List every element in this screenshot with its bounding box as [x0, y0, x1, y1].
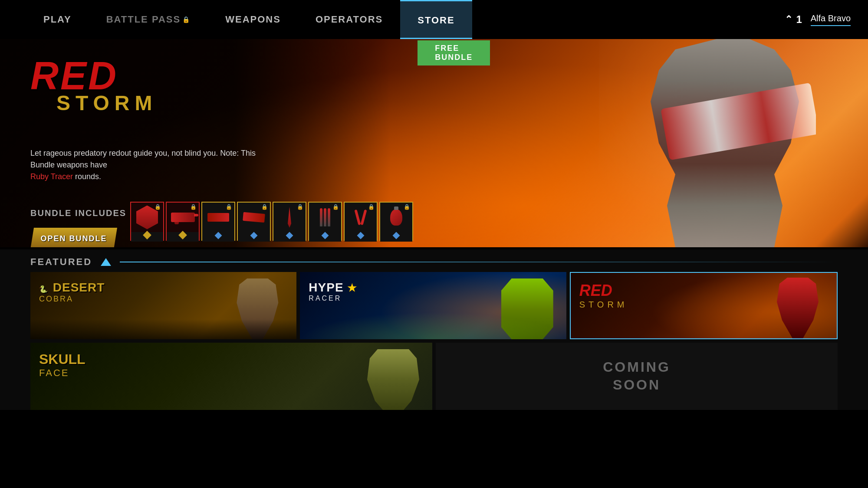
- rank-badge: ⌃ 1: [785, 13, 802, 26]
- item-label: [345, 232, 377, 242]
- featured-cards-row2: SKULL FACE COMING SOON: [0, 339, 868, 410]
- card-logo-hype: HYPE ★ RACER: [309, 281, 357, 302]
- nav-items: PLAY BATTLE PASS 🔒 WEAPONS OPERATORS STO…: [0, 0, 785, 39]
- bundle-item-gun3[interactable]: 🔒: [237, 202, 271, 241]
- redstorm-logo-line1: RED: [579, 282, 612, 299]
- nav-battlepass[interactable]: BATTLE PASS 🔒: [89, 0, 208, 39]
- bundle-item-scissors[interactable]: 🔒: [344, 202, 378, 241]
- item-diamond-icon: [178, 231, 187, 239]
- nav-free-bundle[interactable]: FREE BUNDLE: [418, 40, 490, 66]
- item-label: [380, 232, 412, 242]
- hero-section: RED STORM Let rageous predatory redout g…: [0, 39, 868, 247]
- hype-logo-line1: HYPE ★: [309, 281, 357, 294]
- rank-chevron-icon: ⌃: [785, 14, 792, 25]
- featured-title: FEATURED: [30, 256, 92, 268]
- item-label: [238, 232, 270, 242]
- ruby-tracer-highlight: Ruby Tracer: [30, 172, 73, 181]
- card-logo-desert: 🐍 DESERT COBRA: [39, 281, 105, 304]
- bundle-item-gun2[interactable]: 🔒: [201, 202, 235, 241]
- nav-right: ⌃ 1 Alfa Bravo: [785, 13, 868, 26]
- char-shape: [367, 349, 419, 410]
- item-label: [131, 232, 163, 242]
- desert-logo-line2: COBRA: [39, 295, 105, 304]
- featured-card-skull-face[interactable]: SKULL FACE: [30, 343, 432, 410]
- bundle-item-grenade[interactable]: 🔒: [379, 202, 413, 241]
- card-character: [772, 278, 824, 338]
- bundle-item-operator[interactable]: 🔒: [130, 202, 164, 241]
- bundle-items-row: 🔒 🔒 🔒: [130, 202, 413, 241]
- brand-red-text: RED: [30, 56, 157, 95]
- featured-card-red-storm[interactable]: RED STORM: [570, 272, 838, 339]
- nav-store[interactable]: STORE FREE BUNDLE: [400, 0, 472, 39]
- item-lock-icon: 🔒: [332, 204, 339, 210]
- item-label: [273, 232, 306, 242]
- item-lock-icon: 🔒: [261, 204, 268, 210]
- item-lock-icon: 🔒: [297, 204, 303, 210]
- featured-header: FEATURED: [0, 249, 868, 272]
- skull-logo-line2: FACE: [39, 367, 85, 379]
- featured-section: FEATURED 🐍 DESERT COBRA HYPE: [0, 249, 868, 410]
- hero-description: Let rageous predatory redout guide you, …: [30, 147, 282, 183]
- nav-weapons[interactable]: WEAPONS: [208, 0, 298, 39]
- username-display: Alfa Bravo: [811, 13, 851, 26]
- redstorm-logo-line2: STORM: [579, 300, 628, 310]
- bundle-item-gun1[interactable]: 🔒: [166, 202, 200, 241]
- char-shape: [772, 278, 824, 338]
- star-icon: ★: [347, 282, 357, 294]
- featured-card-desert-cobra[interactable]: 🐍 DESERT COBRA: [30, 272, 296, 339]
- nav-operators[interactable]: OPERATORS: [298, 0, 400, 39]
- open-bundle-button[interactable]: OPEN BUNDLE: [30, 228, 117, 247]
- bundle-item-arrows[interactable]: 🔒: [308, 202, 342, 241]
- nav-play[interactable]: PLAY: [26, 0, 89, 39]
- item-label: [202, 232, 234, 242]
- featured-divider: [120, 262, 838, 262]
- featured-chevron-icon: [101, 258, 111, 266]
- bundle-item-knife[interactable]: 🔒: [273, 202, 306, 241]
- hype-logo-line2: RACER: [309, 295, 357, 302]
- card-logo-skull: SKULL FACE: [39, 351, 85, 379]
- item-label: [309, 232, 341, 242]
- skull-logo-line1: SKULL: [39, 351, 85, 367]
- card-character: [367, 349, 419, 410]
- bundle-includes-label: BUNDLE INCLUDES: [30, 208, 126, 218]
- coming-soon-label: COMING SOON: [603, 358, 671, 394]
- top-navigation: PLAY BATTLE PASS 🔒 WEAPONS OPERATORS STO…: [0, 0, 868, 39]
- item-diamond-icon: [215, 232, 222, 239]
- item-lock-icon: 🔒: [190, 204, 197, 210]
- item-lock-icon: 🔒: [404, 204, 410, 210]
- item-lock-icon: 🔒: [226, 204, 232, 210]
- item-diamond-icon: [143, 231, 151, 239]
- brand-logo: RED STORM: [30, 56, 157, 115]
- featured-cards-row1: 🐍 DESERT COBRA HYPE ★ RACER: [0, 272, 868, 339]
- featured-card-hype-racer[interactable]: HYPE ★ RACER: [300, 272, 566, 339]
- lock-icon: 🔒: [182, 16, 191, 23]
- cobra-icon: 🐍: [39, 285, 48, 293]
- desert-logo-line1: 🐍 DESERT: [39, 281, 105, 294]
- item-lock-icon: 🔒: [155, 204, 161, 210]
- featured-card-coming-soon: COMING SOON: [436, 343, 838, 410]
- card-logo-redstorm: RED STORM: [579, 282, 628, 310]
- item-label: [167, 232, 199, 242]
- item-lock-icon: 🔒: [368, 204, 375, 210]
